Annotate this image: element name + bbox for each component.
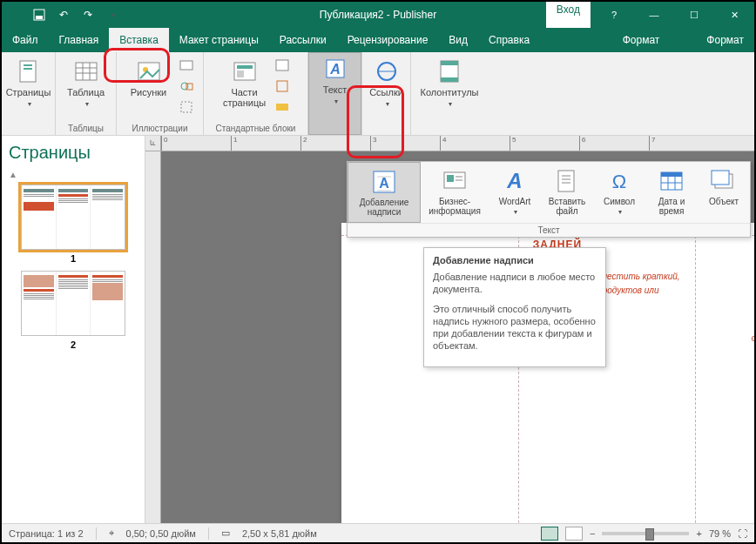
pictures-button[interactable]: Рисунки (125, 56, 173, 99)
tooltip-title: Добавление надписи (433, 255, 597, 265)
vertical-ruler[interactable] (145, 151, 161, 523)
svg-text:A: A (506, 169, 522, 192)
svg-text:A: A (329, 62, 341, 77)
tab-review[interactable]: Рецензирование (337, 28, 439, 52)
help-icon[interactable]: ? (594, 2, 634, 28)
redo-icon[interactable]: ↷ (77, 3, 99, 26)
ruler-corner[interactable]: և (145, 136, 161, 151)
link-icon (373, 57, 401, 85)
zoom-out-button[interactable]: − (590, 528, 595, 539)
svg-rect-2 (20, 61, 36, 82)
insert-file-button[interactable]: Вставить файл (541, 162, 593, 223)
tooltip-p1: Добавление надписи в любое место докумен… (433, 271, 597, 296)
tab-insert[interactable]: Вставка (109, 28, 169, 52)
pointer-position-icon: ⌖ (109, 527, 114, 539)
tel-line: Телефон: 555-555-5555 (710, 384, 754, 395)
shapes-button[interactable] (177, 77, 196, 96)
text-icon: A (321, 55, 349, 83)
chevron-down-icon (447, 97, 452, 108)
tab-format-drawing[interactable]: Формат (612, 28, 671, 52)
symbol-icon: Ω (605, 167, 633, 195)
object-size-icon: ▭ (221, 527, 230, 539)
symbol-button[interactable]: Ω Символ (593, 162, 645, 223)
text-group-label: Текст (348, 223, 750, 237)
tab-help[interactable]: Справка (478, 28, 540, 52)
wordart-button[interactable]: A WordArt (489, 162, 541, 223)
zoom-in-button[interactable]: + (696, 528, 701, 539)
table-button[interactable]: Таблица (62, 56, 111, 110)
pages-icon (15, 57, 43, 85)
titlebar: ↶ ↷ Публикация2 - Publisher Вход ? — ☐ ✕ (2, 2, 754, 28)
calendars-button[interactable] (273, 56, 292, 75)
status-page[interactable]: Страница: 1 из 2 (9, 528, 84, 539)
undo-icon[interactable]: ↶ (52, 3, 75, 26)
svg-rect-38 (558, 171, 574, 191)
picture-placeholder-button[interactable] (177, 97, 196, 117)
object-button[interactable]: Объект (698, 162, 750, 223)
tab-mailings[interactable]: Рассылки (269, 28, 337, 52)
ribbon-group-text-trigger: A Текст (308, 52, 362, 135)
tab-view[interactable]: Вид (438, 28, 478, 52)
chevron-down-icon (84, 97, 89, 108)
page-thumbnail-1[interactable]: 1 (21, 185, 125, 264)
single-page-view-button[interactable] (541, 527, 558, 541)
pages-label: Страницы (6, 87, 51, 97)
ribbon-group-blocks-label: Стандартные блоки (216, 122, 296, 135)
ribbon-tabs: Файл Главная Вставка Макет страницы Расс… (2, 28, 754, 52)
horizontal-ruler[interactable]: 0 1 2 3 4 5 6 7 (161, 136, 754, 151)
ribbon-group-illustrations: Рисунки Иллюстрации (117, 52, 204, 135)
pages-button[interactable]: Страницы (4, 56, 53, 110)
svg-rect-20 (277, 81, 287, 91)
org-name: Название организации (710, 317, 754, 328)
login-button[interactable]: Вход (546, 2, 591, 28)
page-parts-button[interactable]: Части страницы (220, 56, 269, 110)
qat-customize-icon[interactable] (101, 3, 124, 26)
save-icon[interactable] (28, 3, 51, 26)
text-gallery-button[interactable]: A Текст (308, 52, 361, 135)
advertisements-button[interactable] (273, 97, 292, 117)
window-title: Публикация2 - Publisher (320, 9, 436, 21)
fit-page-icon[interactable]: ⛶ (738, 528, 747, 539)
page-parts-label: Части страницы (223, 87, 266, 108)
text-box-icon: A (370, 168, 398, 196)
business-info-block[interactable]: Название организации Основной адрес орга… (710, 317, 754, 427)
svg-text:A: A (379, 176, 389, 191)
status-bar: Страница: 1 из 2 ⌖ 0,50; 0,50 дюйм ▭ 2,5… (2, 523, 754, 542)
two-page-view-button[interactable] (565, 527, 583, 541)
scroll-up-icon[interactable]: ▲ (9, 170, 138, 179)
tab-layout[interactable]: Макет страницы (169, 28, 269, 52)
page-column-3: Название организации Основной адрес орга… (696, 223, 754, 523)
zoom-percent[interactable]: 79 % (709, 528, 731, 539)
business-info-icon (441, 167, 469, 195)
minimize-icon[interactable]: — (634, 2, 674, 28)
svg-rect-21 (276, 104, 288, 111)
wordart-icon: A (501, 167, 529, 195)
fax-line: Факс: 555-555-5555 (710, 395, 754, 406)
svg-rect-34 (447, 175, 454, 182)
tab-file[interactable]: Файл (2, 28, 49, 52)
header-footer-button[interactable]: Колонтитулы (415, 56, 484, 110)
business-info-label: Бизнес- информация (429, 197, 481, 216)
zoom-slider[interactable] (602, 532, 689, 535)
maximize-icon[interactable]: ☐ (674, 2, 714, 28)
links-button[interactable]: Ссылки (362, 56, 411, 110)
borders-button[interactable] (273, 77, 292, 96)
object-label: Объект (709, 197, 739, 206)
draw-text-box-button[interactable]: A Добавление надписи (348, 162, 421, 223)
object-icon (710, 167, 738, 195)
svg-rect-3 (24, 64, 32, 66)
window-controls: Вход ? — ☐ ✕ (546, 2, 754, 28)
business-info-button[interactable]: Бизнес- информация (421, 162, 489, 223)
tab-format-textbox[interactable]: Формат (696, 28, 754, 52)
svg-rect-49 (712, 171, 729, 185)
page-thumbnail-2[interactable]: 2 (21, 271, 125, 350)
separator (96, 527, 97, 540)
chevron-down-icon (512, 206, 517, 216)
date-time-button[interactable]: Дата и время (645, 162, 698, 223)
svg-rect-19 (276, 60, 288, 71)
close-icon[interactable]: ✕ (714, 2, 754, 28)
online-pictures-button[interactable] (177, 56, 196, 75)
page-navigation-pane: Страницы ▲ 1 2 (2, 136, 145, 523)
ribbon-group-illustrations-label: Иллюстрации (132, 122, 188, 135)
tab-home[interactable]: Главная (49, 28, 110, 52)
